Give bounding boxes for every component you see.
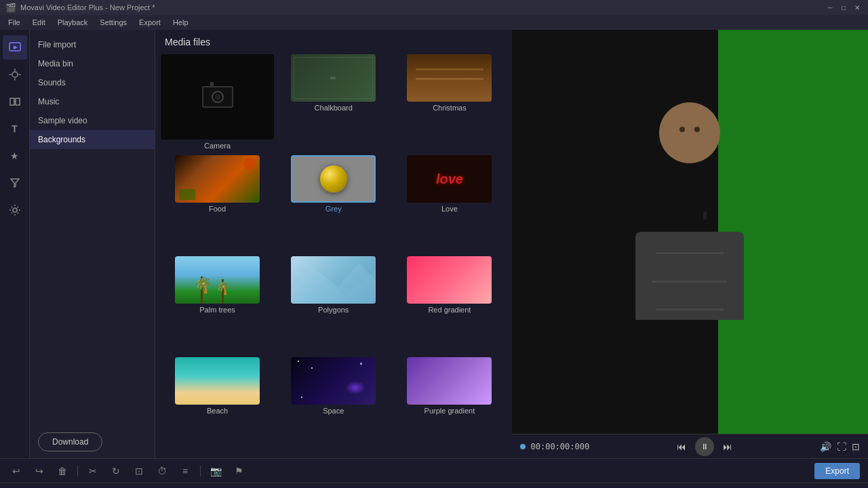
download-section: Download — [30, 243, 155, 458]
preview-panel: 00:00:00:000 ⏮ ⏸ ⏭ 🔊 ⛶ ⊡ — [512, 30, 869, 458]
thumb-purple-gradient — [407, 357, 492, 405]
progress-dot — [520, 444, 526, 449]
menu-settings[interactable]: Settings — [94, 17, 132, 28]
title-bar: 🎬 Movavi Video Editor Plus - New Project… — [0, 0, 868, 15]
grid-item-space[interactable]: Space — [277, 357, 390, 455]
nav-sample-video[interactable]: Sample video — [30, 111, 155, 130]
grid-item-christmas[interactable]: Christmas — [393, 54, 506, 152]
close-button[interactable]: ✕ — [852, 2, 863, 13]
snapshot-button[interactable]: 📷 — [208, 463, 224, 479]
thumb-love: love — [407, 155, 492, 203]
menu-bar: File Edit Playback Settings Export Help — [0, 15, 868, 30]
nav-file-import[interactable]: File import — [30, 35, 155, 54]
thumb-grey — [291, 155, 376, 203]
media-grid: Camera ✏ Chalkboard Christmas — [155, 52, 512, 458]
sidebar-icon-titles[interactable]: T — [3, 117, 27, 141]
sidebar-icon-effects[interactable] — [3, 62, 27, 87]
svg-marker-5 — [291, 263, 376, 304]
thumb-palm-trees: 🌴 🌴 — [175, 256, 260, 304]
bottom-toolbar: ↩ ↪ 🗑 ✂ ↻ ⊡ ⏱ ≡ 📷 ⚑ Export — [0, 458, 868, 483]
grid-item-love[interactable]: love Love — [393, 155, 506, 253]
grid-label-palm-trees: Palm trees — [199, 304, 235, 317]
export-button[interactable]: Export — [814, 463, 860, 479]
sidebar-icon-filters[interactable] — [3, 171, 27, 195]
fullscreen-button[interactable]: ⛶ — [837, 441, 846, 452]
title-bar-left: 🎬 Movavi Video Editor Plus - New Project… — [5, 3, 155, 13]
grid-label-food: Food — [209, 203, 226, 216]
svg-point-3 — [13, 208, 17, 212]
pip-button[interactable]: ⊡ — [852, 441, 860, 452]
thumb-food — [175, 155, 260, 203]
nav-music[interactable]: Music — [30, 92, 155, 111]
time-current: 00:00:00:000 — [531, 442, 590, 451]
thumb-red-gradient — [407, 256, 492, 304]
sidebar-icon-tools[interactable] — [3, 198, 27, 222]
step-back-button[interactable]: ⏮ — [673, 439, 690, 455]
grid-label-red-gradient: Red gradient — [428, 304, 471, 317]
redo2-button[interactable]: ↻ — [108, 463, 124, 479]
menu-file[interactable]: File — [3, 17, 26, 28]
grid-item-food[interactable]: Food — [161, 155, 274, 253]
sidebar-icon-transitions[interactable] — [3, 89, 27, 114]
sidebar-icon-stickers[interactable]: ★ — [3, 144, 27, 168]
grid-label-space: Space — [323, 405, 344, 418]
adjust-button[interactable]: ≡ — [177, 463, 193, 479]
menu-playback[interactable]: Playback — [52, 17, 94, 28]
thumb-christmas — [407, 54, 492, 102]
grid-label-purple-gradient: Purple gradient — [425, 405, 475, 418]
grid-item-beach[interactable]: Beach — [161, 357, 274, 455]
menu-edit[interactable]: Edit — [27, 17, 51, 28]
step-forward-button[interactable]: ⏭ — [719, 439, 736, 455]
delete-button[interactable]: 🗑 — [54, 463, 71, 479]
crop-button[interactable]: ⊡ — [131, 463, 147, 479]
flag-button[interactable]: ⚑ — [231, 463, 247, 479]
volume-button[interactable]: 🔊 — [820, 441, 831, 452]
thumb-camera — [161, 54, 274, 140]
menu-export[interactable]: Export — [134, 17, 166, 28]
grid-item-chalkboard[interactable]: ✏ Chalkboard — [277, 54, 390, 152]
main-area: T ★ File import Media bin Sounds Music S… — [0, 30, 868, 458]
grid-item-camera[interactable]: Camera — [161, 54, 274, 152]
grid-item-polygons[interactable]: Polygons — [277, 256, 390, 354]
svg-marker-1 — [14, 45, 18, 49]
timer-button[interactable]: ⏱ — [154, 463, 170, 479]
app-title: Movavi Video Editor Plus - New Project * — [20, 3, 155, 12]
nav-media-bin[interactable]: Media bin — [30, 54, 155, 73]
sidebar-icons: T ★ — [0, 30, 30, 458]
content-title: Media files — [155, 30, 512, 52]
grid-item-grey[interactable]: Grey — [277, 155, 390, 253]
grid-label-christmas: Christmas — [433, 102, 467, 115]
timeline-ruler: 00:00:00 00:01:00 00:02:00 00:03:00 00:0… — [0, 483, 868, 488]
pause-button[interactable]: ⏸ — [695, 437, 714, 456]
grid-label-grey: Grey — [326, 203, 342, 216]
left-panel: File import Media bin Sounds Music Sampl… — [30, 30, 155, 458]
grid-item-palm-trees[interactable]: 🌴 🌴 Palm trees — [161, 256, 274, 354]
download-button[interactable]: Download — [38, 432, 102, 451]
minimize-button[interactable]: ─ — [825, 2, 835, 13]
title-controls: ─ □ ✕ — [825, 2, 863, 13]
thumb-chalkboard: ✏ — [291, 54, 376, 102]
grid-label-chalkboard: Chalkboard — [315, 102, 353, 115]
grid-item-red-gradient[interactable]: Red gradient — [393, 256, 506, 354]
grid-label-love: Love — [441, 203, 458, 216]
nav-backgrounds[interactable]: Backgrounds — [30, 130, 155, 149]
video-area — [512, 30, 869, 434]
nav-sounds[interactable]: Sounds — [30, 73, 155, 92]
grid-label-polygons: Polygons — [318, 304, 349, 317]
controls-bar: 00:00:00:000 ⏮ ⏸ ⏭ 🔊 ⛶ ⊡ — [512, 434, 869, 458]
grid-item-purple-gradient[interactable]: Purple gradient — [393, 357, 506, 455]
maximize-button[interactable]: □ — [838, 2, 849, 13]
thumb-space — [291, 357, 376, 405]
cut-button[interactable]: ✂ — [85, 463, 101, 479]
sidebar-icon-media[interactable] — [3, 35, 27, 60]
menu-help[interactable]: Help — [167, 17, 194, 28]
svg-point-2 — [12, 72, 18, 77]
redo-button[interactable]: ↪ — [31, 463, 47, 479]
undo-button[interactable]: ↩ — [8, 463, 24, 479]
content-panel: Media files Camera — [155, 30, 512, 458]
thumb-beach — [175, 357, 260, 405]
thumb-polygons — [291, 256, 376, 304]
controls-right: 🔊 ⛶ ⊡ — [820, 441, 860, 452]
grid-label-camera: Camera — [204, 140, 231, 152]
timeline: 00:00:00 00:01:00 00:02:00 00:03:00 00:0… — [0, 483, 868, 488]
